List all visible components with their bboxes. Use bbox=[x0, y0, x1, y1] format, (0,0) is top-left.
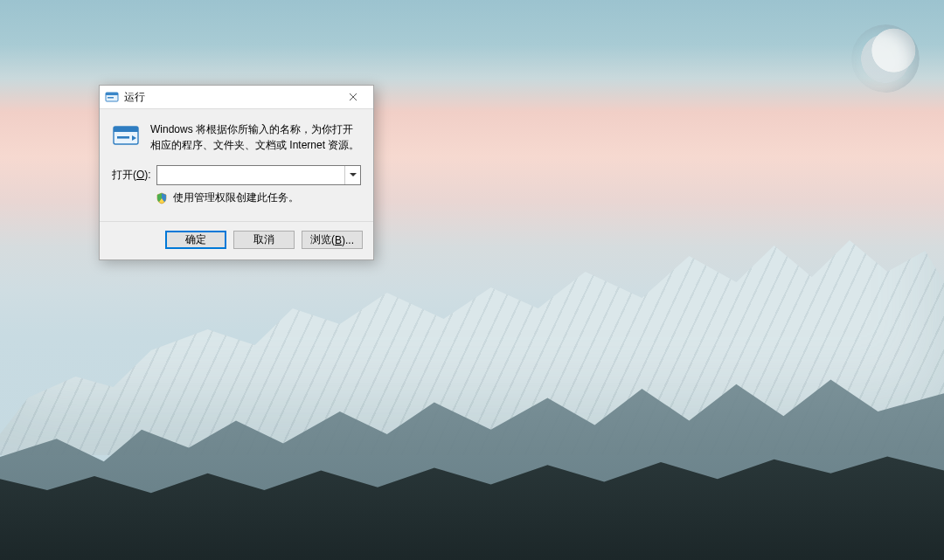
titlebar[interactable]: 运行 bbox=[100, 86, 373, 109]
close-icon bbox=[349, 93, 357, 101]
admin-note-text: 使用管理权限创建此任务。 bbox=[173, 190, 299, 205]
browse-button[interactable]: 浏览(B)... bbox=[302, 231, 363, 249]
run-icon bbox=[105, 90, 119, 104]
run-dialog: 运行 Windows 将根据你所输入的名称，为你打开相应的程序、 bbox=[99, 85, 374, 260]
open-combobox[interactable] bbox=[156, 165, 361, 185]
open-dropdown-button[interactable] bbox=[344, 166, 360, 184]
svg-rect-2 bbox=[108, 97, 114, 99]
admin-note-row: 使用管理权限创建此任务。 bbox=[156, 190, 361, 205]
cancel-button[interactable]: 取消 bbox=[233, 231, 295, 249]
open-label: 打开(O): bbox=[112, 168, 151, 183]
close-button[interactable] bbox=[335, 86, 371, 107]
svg-rect-5 bbox=[117, 136, 129, 139]
chevron-down-icon bbox=[350, 173, 357, 177]
svg-rect-1 bbox=[106, 93, 118, 95]
button-row: 确定 取消 浏览(B)... bbox=[100, 221, 373, 259]
moon-graphic bbox=[851, 24, 920, 93]
shield-icon bbox=[156, 192, 168, 204]
svg-rect-4 bbox=[114, 127, 138, 132]
run-icon-large bbox=[112, 121, 140, 149]
open-input[interactable] bbox=[157, 166, 344, 184]
dialog-title: 运行 bbox=[124, 90, 145, 105]
ok-button[interactable]: 确定 bbox=[165, 231, 226, 249]
dialog-description: Windows 将根据你所输入的名称，为你打开相应的程序、文件夹、文档或 Int… bbox=[150, 121, 361, 153]
desktop-wallpaper: 运行 Windows 将根据你所输入的名称，为你打开相应的程序、 bbox=[0, 0, 944, 560]
